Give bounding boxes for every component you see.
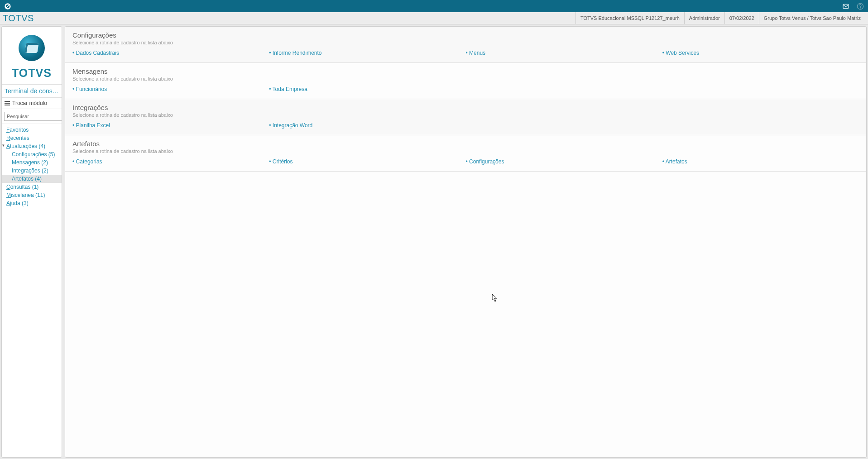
link-item[interactable]: Planilha Excel	[72, 122, 110, 129]
header-group: Grupo Totvs Venus / Totvs Sao Paulo Matr…	[759, 12, 865, 24]
section-subtitle: Selecione a rotina de cadastro na lista …	[72, 40, 859, 45]
section-3: ArtefatosSelecione a rotina de cadastro …	[65, 135, 866, 172]
link-item[interactable]: Informe Rendimento	[269, 50, 321, 56]
link-item[interactable]: Critérios	[269, 158, 293, 165]
nav-favoritos[interactable]: Favoritos	[2, 126, 62, 134]
link-item[interactable]: Artefatos	[662, 158, 687, 165]
section-subtitle: Selecione a rotina de cadastro na lista …	[72, 148, 859, 154]
section-title: Integrações	[72, 104, 859, 111]
logo-area: TOTVS	[2, 27, 62, 84]
nav-recentes[interactable]: Recentes	[2, 134, 62, 142]
hamburger-icon	[5, 101, 10, 105]
section-title: Mensagens	[72, 67, 859, 75]
logo-text: TOTVS	[12, 67, 52, 80]
nav-sub-configuracoes[interactable]: Configurações (5)	[2, 150, 62, 158]
nav-sub-artefatos[interactable]: Artefatos (4)	[2, 175, 62, 183]
nav-consultas[interactable]: Consultas (1)	[2, 183, 62, 191]
help-icon[interactable]	[856, 2, 864, 10]
svg-point-5	[860, 7, 860, 8]
link-item[interactable]: Integração Word	[269, 122, 312, 129]
section-0: ConfiguraçõesSelecione a rotina de cadas…	[65, 27, 866, 63]
app-logo-icon[interactable]	[4, 2, 12, 10]
header-env: TOTVS Educacional MSSQL P12127_meurh	[575, 12, 684, 24]
nav-tree: Favoritos Recentes Atualizações (4) Conf…	[2, 124, 62, 207]
search-input[interactable]	[4, 112, 62, 121]
sidebar: TOTVS Terminal de consul... Trocar módul…	[1, 26, 62, 458]
link-item[interactable]: Funcionários	[72, 86, 107, 92]
mail-icon[interactable]	[842, 2, 850, 10]
section-links: Dados CadastraisInforme RendimentoMenusW…	[72, 50, 859, 56]
topbar	[0, 0, 868, 12]
section-links: FuncionáriosToda Empresa	[72, 86, 859, 92]
link-item[interactable]: Dados Cadastrais	[72, 50, 119, 56]
header-user: Administrador	[684, 12, 724, 24]
section-title: Artefatos	[72, 140, 859, 148]
section-1: MensagensSelecione a rotina de cadastro …	[65, 63, 866, 99]
brand-text: TOTVS	[3, 13, 34, 24]
section-subtitle: Selecione a rotina de cadastro na lista …	[72, 76, 859, 81]
link-item[interactable]: Configurações	[466, 158, 504, 165]
link-item[interactable]: Web Services	[662, 50, 699, 56]
nav-sub-mensagens[interactable]: Mensagens (2)	[2, 158, 62, 167]
nav-miscelanea[interactable]: Miscelanea (11)	[2, 191, 62, 199]
module-name[interactable]: Terminal de consul...	[2, 84, 62, 98]
header-bar: TOTVS TOTVS Educacional MSSQL P12127_meu…	[0, 12, 868, 24]
section-subtitle: Selecione a rotina de cadastro na lista …	[72, 112, 859, 118]
switch-module-button[interactable]: Trocar módulo	[2, 98, 62, 109]
nav-ajuda[interactable]: Ajuda (3)	[2, 199, 62, 207]
link-item[interactable]: Menus	[466, 50, 486, 56]
header-date: 07/02/2022	[724, 12, 759, 24]
section-links: CategoriasCritériosConfiguraçõesArtefato…	[72, 158, 859, 165]
logo-icon	[19, 35, 45, 61]
link-item[interactable]: Categorias	[72, 158, 102, 165]
section-2: IntegraçõesSelecione a rotina de cadastr…	[65, 99, 866, 135]
section-title: Configurações	[72, 31, 859, 39]
header-info: TOTVS Educacional MSSQL P12127_meurh Adm…	[575, 12, 865, 24]
link-item[interactable]: Toda Empresa	[269, 86, 307, 92]
nav-sub-integracoes[interactable]: Integrações (2)	[2, 167, 62, 175]
nav-atualizacoes[interactable]: Atualizações (4)	[2, 142, 62, 150]
content-area: ConfiguraçõesSelecione a rotina de cadas…	[65, 26, 867, 458]
section-links: Planilha ExcelIntegração Word	[72, 122, 859, 129]
switch-module-label: Trocar módulo	[12, 100, 47, 106]
